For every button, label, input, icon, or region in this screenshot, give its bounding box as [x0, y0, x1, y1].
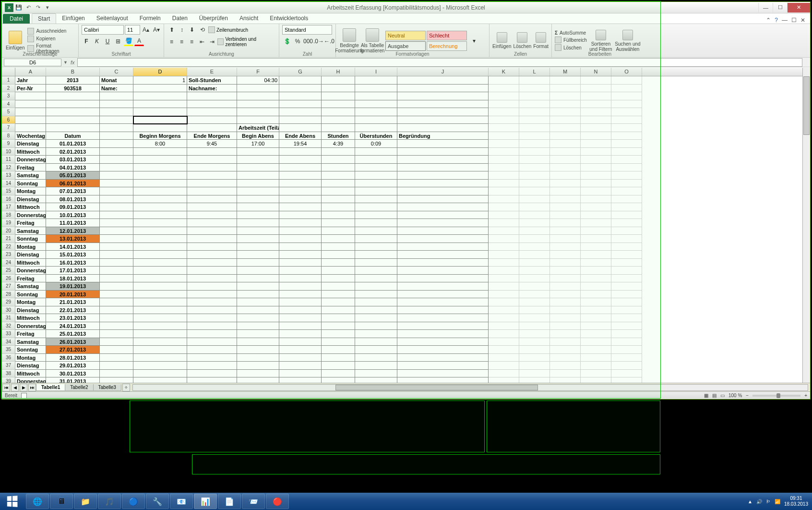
cell[interactable]	[581, 100, 611, 109]
cell[interactable]: Donnerstag	[15, 267, 46, 275]
cell[interactable]	[519, 330, 550, 338]
cell[interactable]	[355, 275, 397, 283]
cell[interactable]: Samstag	[15, 338, 46, 346]
cell[interactable]	[279, 377, 322, 383]
cell[interactable]	[133, 314, 187, 322]
cell[interactable]	[611, 330, 642, 338]
column-header-L[interactable]: L	[519, 68, 550, 76]
cell[interactable]	[519, 156, 550, 164]
font-size-select[interactable]	[125, 25, 140, 35]
cell[interactable]: Beginn Morgens	[133, 132, 187, 140]
cell[interactable]	[279, 100, 322, 109]
cell[interactable]	[397, 171, 489, 180]
cell[interactable]	[100, 92, 133, 100]
row-header[interactable]: 18	[2, 211, 15, 219]
cell[interactable]: Donnerstag	[15, 211, 46, 219]
row-header[interactable]: 34	[2, 338, 15, 346]
fx-icon[interactable]: fx	[68, 60, 78, 65]
cell[interactable]	[550, 211, 581, 219]
cell[interactable]	[322, 338, 355, 346]
cell[interactable]	[519, 187, 550, 195]
styles-more-icon[interactable]: ▾	[469, 36, 479, 46]
cell[interactable]	[581, 259, 611, 267]
paste-button[interactable]: Einfügen	[5, 27, 25, 54]
row-header[interactable]: 37	[2, 362, 15, 370]
bold-button[interactable]: F	[82, 36, 91, 46]
cell[interactable]	[519, 362, 550, 370]
row-header[interactable]: 28	[2, 291, 15, 299]
cell[interactable]: Stunden	[322, 132, 355, 140]
cell[interactable]	[237, 338, 279, 346]
cell[interactable]	[133, 195, 187, 204]
cell[interactable]	[237, 354, 279, 362]
cell[interactable]	[550, 275, 581, 283]
cell[interactable]	[581, 267, 611, 275]
row-header[interactable]: 24	[2, 259, 15, 267]
cell[interactable]	[322, 100, 355, 109]
cell[interactable]	[397, 322, 489, 330]
cell[interactable]	[519, 108, 550, 116]
decrease-font-icon[interactable]: A▾	[152, 25, 161, 35]
cell[interactable]	[133, 291, 187, 299]
cell[interactable]	[355, 211, 397, 219]
cell[interactable]	[100, 140, 133, 148]
cell[interactable]	[279, 354, 322, 362]
help-icon[interactable]: ?	[775, 17, 778, 24]
cell[interactable]: Donnerstag	[15, 156, 46, 164]
cell[interactable]	[279, 235, 322, 243]
cell[interactable]	[322, 346, 355, 354]
row-header[interactable]: 39	[2, 377, 15, 383]
cell[interactable]	[581, 148, 611, 156]
cell[interactable]	[322, 275, 355, 283]
row-header[interactable]: 20	[2, 227, 15, 235]
cell[interactable]	[322, 148, 355, 156]
sheet-tab-tabelle2[interactable]: Tabelle2	[65, 384, 93, 391]
cell[interactable]: Dienstag	[15, 195, 46, 204]
minimize-button[interactable]: —	[758, 3, 773, 12]
cell[interactable]: 29.01.2013	[46, 362, 100, 370]
cell[interactable]	[100, 108, 133, 116]
cell[interactable]	[237, 171, 279, 180]
cell[interactable]	[550, 171, 581, 180]
cell[interactable]	[489, 132, 519, 140]
row-header[interactable]: 25	[2, 267, 15, 275]
cell[interactable]	[322, 267, 355, 275]
cell[interactable]	[611, 140, 642, 148]
cell[interactable]	[611, 291, 642, 299]
row-header[interactable]: 26	[2, 275, 15, 283]
cell[interactable]	[237, 298, 279, 306]
cell[interactable]	[133, 362, 187, 370]
cell[interactable]: Name:	[100, 85, 133, 93]
cell[interactable]	[519, 251, 550, 259]
doc-restore-icon[interactable]: ☐	[791, 17, 797, 24]
fill-button[interactable]: Füllbereich	[555, 36, 587, 43]
cell[interactable]	[397, 124, 489, 132]
cell[interactable]	[187, 156, 237, 164]
cell[interactable]: 10.01.2013	[46, 211, 100, 219]
cell[interactable]	[550, 235, 581, 243]
cell[interactable]	[489, 180, 519, 188]
cell[interactable]	[279, 282, 322, 291]
cell[interactable]	[355, 85, 397, 93]
cell[interactable]	[611, 322, 642, 330]
row-header[interactable]: 36	[2, 354, 15, 362]
cell[interactable]	[581, 306, 611, 315]
cell[interactable]	[489, 219, 519, 227]
cell[interactable]: Arbeitszeit (Teilzeit)	[237, 124, 279, 132]
cell[interactable]	[279, 298, 322, 306]
cell[interactable]	[322, 377, 355, 383]
cell[interactable]	[519, 100, 550, 109]
cell[interactable]	[519, 354, 550, 362]
cell[interactable]	[133, 306, 187, 315]
cell[interactable]: Samstag	[15, 171, 46, 180]
cell[interactable]	[100, 314, 133, 322]
cell[interactable]: 2013	[46, 76, 100, 85]
cell[interactable]	[489, 275, 519, 283]
cell[interactable]	[397, 267, 489, 275]
cell[interactable]	[237, 108, 279, 116]
taskbar-app-filezilla[interactable]: 🔴	[266, 494, 289, 509]
cell[interactable]: 13.01.2013	[46, 235, 100, 243]
cell[interactable]	[397, 156, 489, 164]
cell[interactable]	[133, 370, 187, 378]
ribbon-minimize-icon[interactable]: ⌃	[766, 17, 771, 24]
